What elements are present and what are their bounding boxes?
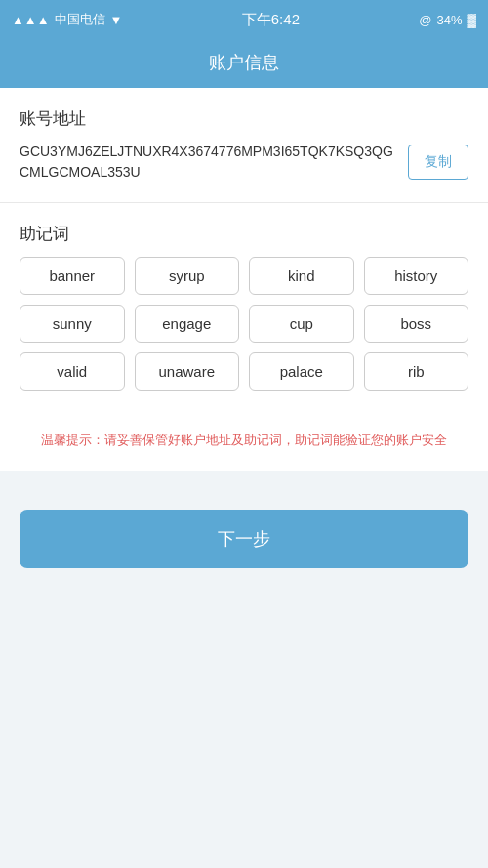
mnemonic-word: syrup — [135, 257, 240, 295]
mnemonic-word: history — [364, 257, 469, 295]
mnemonic-word: valid — [20, 352, 125, 391]
warning-section: 温馨提示：请妥善保管好账户地址及助记词，助记词能验证您的账户安全 — [0, 430, 488, 471]
mnemonic-word: cup — [249, 305, 354, 343]
wifi-icon: ▼ — [110, 13, 123, 27]
battery-icon: ▓ — [468, 13, 476, 27]
page-title: 账户信息 — [0, 51, 488, 74]
main-content: 账号地址 GCU3YMJ6ZELJTNUXR4X3674776MPM3I65TQ… — [0, 88, 488, 430]
copy-button[interactable]: 复制 — [408, 145, 468, 180]
mnemonic-section-label: 助记词 — [20, 223, 468, 245]
location-icon: @ — [419, 13, 431, 27]
mnemonic-word: banner — [20, 257, 125, 295]
mnemonic-word: rib — [364, 352, 469, 391]
next-button[interactable]: 下一步 — [20, 510, 468, 568]
mnemonic-word: unaware — [135, 352, 240, 391]
header: 账户信息 — [0, 39, 488, 88]
mnemonic-word: palace — [249, 352, 354, 391]
account-section-label: 账号地址 — [20, 107, 468, 130]
mnemonic-word: engage — [135, 305, 240, 343]
mnemonic-word: kind — [249, 257, 354, 295]
address-row: GCU3YMJ6ZELJTNUXR4X3674776MPM3I65TQK7KSQ… — [20, 142, 468, 183]
mnemonic-grid: bannersyrupkindhistorysunnyengagecupboss… — [20, 257, 468, 391]
status-time: 下午6:42 — [242, 11, 300, 29]
divider — [0, 202, 488, 203]
battery-text: 34% — [436, 13, 462, 27]
warning-text: 温馨提示：请妥善保管好账户地址及助记词，助记词能验证您的账户安全 — [20, 430, 468, 451]
next-button-container: 下一步 — [0, 500, 488, 588]
carrier-name: 中国电信 — [55, 11, 105, 28]
mnemonic-word: boss — [364, 305, 469, 343]
status-bar: ▲▲▲ 中国电信 ▼ 下午6:42 @ 34% ▓ — [0, 0, 488, 39]
signal-icon: ▲▲▲ — [12, 13, 50, 27]
status-right: @ 34% ▓ — [419, 13, 476, 27]
mnemonic-word: sunny — [20, 305, 125, 343]
spacer — [0, 471, 488, 500]
account-address: GCU3YMJ6ZELJTNUXR4X3674776MPM3I65TQK7KSQ… — [20, 142, 398, 183]
status-left: ▲▲▲ 中国电信 ▼ — [12, 11, 122, 28]
